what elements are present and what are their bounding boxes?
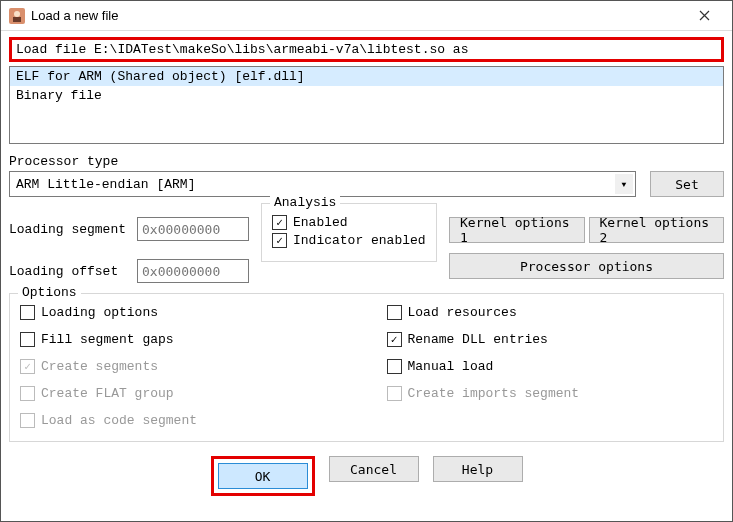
indicator-row[interactable]: Indicator enabled [272,233,426,248]
svg-rect-2 [13,17,21,22]
rename-dll-label: Rename DLL entries [408,332,548,347]
loading-options-label: Loading options [41,305,158,320]
close-button[interactable] [684,2,724,30]
enabled-label: Enabled [293,215,348,230]
load-resources-label: Load resources [408,305,517,320]
create-imports-label: Create imports segment [408,386,580,401]
fill-gaps-label: Fill segment gaps [41,332,174,347]
loading-offset-input[interactable] [137,259,249,283]
mid-row: Loading segment Loading offset Analysis … [9,203,724,283]
indicator-checkbox[interactable] [272,233,287,248]
window-title: Load a new file [31,8,684,23]
processor-value: ARM Little-endian [ARM] [16,177,195,192]
titlebar: Load a new file [1,1,732,31]
processor-type-label: Processor type [9,154,724,169]
ok-button[interactable]: OK [218,463,308,489]
create-segments-row: Create segments [20,359,347,374]
loading-segment-row: Loading segment [9,217,249,241]
segment-column: Loading segment Loading offset [9,203,249,283]
enabled-checkbox[interactable] [272,215,287,230]
load-resources-row[interactable]: Load resources [387,305,714,320]
indicator-label: Indicator enabled [293,233,426,248]
kernel-options-1-button[interactable]: Kernel options 1 [449,217,585,243]
analysis-group: Analysis Enabled Indicator enabled [261,203,437,262]
loading-options-row[interactable]: Loading options [20,305,347,320]
create-flat-row: Create FLAT group [20,386,347,401]
processor-options-button[interactable]: Processor options [449,253,724,279]
bottom-button-row: OK Cancel Help [9,456,724,496]
list-item[interactable]: ELF for ARM (Shared object) [elf.dll] [10,67,723,86]
options-col-right: Load resources Rename DLL entries Manual… [387,302,714,431]
kernel-options-row: Kernel options 1 Kernel options 2 [449,217,724,243]
processor-row: ARM Little-endian [ARM] ▼ Set [9,171,724,197]
load-as-code-row: Load as code segment [20,413,347,428]
cancel-button[interactable]: Cancel [329,456,419,482]
kernel-options-column: Kernel options 1 Kernel options 2 Proces… [449,203,724,279]
options-columns: Loading options Fill segment gaps Create… [20,302,713,431]
set-button[interactable]: Set [650,171,724,197]
create-imports-row: Create imports segment [387,386,714,401]
load-file-dialog: Load a new file Load file E:\IDATest\mak… [0,0,733,522]
load-resources-checkbox[interactable] [387,305,402,320]
loading-segment-input[interactable] [137,217,249,241]
load-as-code-checkbox [20,413,35,428]
load-file-path: Load file E:\IDATest\makeSo\libs\armeabi… [9,37,724,62]
help-button[interactable]: Help [433,456,523,482]
create-flat-label: Create FLAT group [41,386,174,401]
loading-offset-label: Loading offset [9,264,131,279]
rename-dll-row[interactable]: Rename DLL entries [387,332,714,347]
enabled-row[interactable]: Enabled [272,215,426,230]
manual-load-label: Manual load [408,359,494,374]
analysis-legend: Analysis [270,195,340,210]
create-segments-checkbox [20,359,35,374]
create-flat-checkbox [20,386,35,401]
rename-dll-checkbox[interactable] [387,332,402,347]
options-legend: Options [18,285,81,300]
ok-highlight-box: OK [211,456,315,496]
options-group: Options Loading options Fill segment gap… [9,293,724,442]
processor-combo[interactable]: ARM Little-endian [ARM] ▼ [9,171,636,197]
loading-options-checkbox[interactable] [20,305,35,320]
load-as-code-label: Load as code segment [41,413,197,428]
chevron-down-icon: ▼ [615,174,633,194]
manual-load-row[interactable]: Manual load [387,359,714,374]
dialog-content: Load file E:\IDATest\makeSo\libs\armeabi… [1,31,732,521]
app-icon [9,8,25,24]
close-icon [699,10,710,21]
kernel-options-2-button[interactable]: Kernel options 2 [589,217,725,243]
svg-point-1 [14,11,20,17]
create-imports-checkbox [387,386,402,401]
manual-load-checkbox[interactable] [387,359,402,374]
loading-segment-label: Loading segment [9,222,131,237]
list-item[interactable]: Binary file [10,86,723,105]
options-col-left: Loading options Fill segment gaps Create… [20,302,347,431]
fill-gaps-checkbox[interactable] [20,332,35,347]
fill-gaps-row[interactable]: Fill segment gaps [20,332,347,347]
create-segments-label: Create segments [41,359,158,374]
file-format-list[interactable]: ELF for ARM (Shared object) [elf.dll] Bi… [9,66,724,144]
loading-offset-row: Loading offset [9,259,249,283]
